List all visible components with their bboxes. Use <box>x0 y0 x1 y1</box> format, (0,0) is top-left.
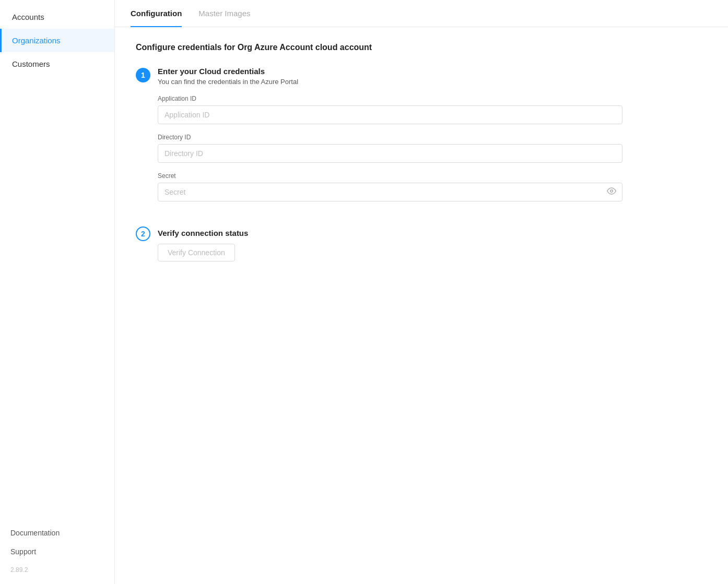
step-2-title: Verify connection status <box>158 229 707 237</box>
sidebar-item-organizations[interactable]: Organizations <box>0 29 114 52</box>
sidebar-item-support[interactable]: Support <box>10 542 104 561</box>
main-content: Configuration Master Images Configure cr… <box>115 0 728 584</box>
tab-master-images[interactable]: Master Images <box>198 1 250 27</box>
label-secret: Secret <box>158 172 707 180</box>
step-1-title: Enter your Cloud credentials <box>158 67 707 76</box>
step-2-badge: 2 <box>136 227 150 241</box>
step-2-content: Verify connection status Verify Connecti… <box>158 229 707 261</box>
step-1: 1 Enter your Cloud credentials You can f… <box>136 67 707 211</box>
sidebar-version: 2.89.2 <box>10 561 104 574</box>
step-1-subtitle: You can find the credentials in the Azur… <box>158 78 707 86</box>
page-title: Configure credentials for Org Azure Acco… <box>136 43 707 52</box>
tabs-bar: Configuration Master Images <box>115 0 728 27</box>
verify-connection-button[interactable]: Verify Connection <box>158 244 235 261</box>
step-1-content: Enter your Cloud credentials You can fin… <box>158 67 707 211</box>
sidebar: Accounts Organizations Customers Documen… <box>0 0 115 584</box>
label-directory-id: Directory ID <box>158 134 707 141</box>
secret-input-wrapper <box>158 183 623 201</box>
svg-point-0 <box>610 190 613 193</box>
sidebar-bottom: Documentation Support 2.89.2 <box>0 513 114 584</box>
form-group-directory-id: Directory ID <box>158 134 707 163</box>
sidebar-item-label-organizations: Organizations <box>12 36 61 45</box>
eye-icon[interactable] <box>607 186 616 198</box>
step-1-badge: 1 <box>136 68 150 82</box>
sidebar-item-documentation[interactable]: Documentation <box>10 523 104 542</box>
sidebar-item-label-customers: Customers <box>12 59 50 68</box>
tab-configuration[interactable]: Configuration <box>131 1 182 27</box>
sidebar-item-label-accounts: Accounts <box>12 13 44 21</box>
sidebar-item-customers[interactable]: Customers <box>0 52 114 76</box>
input-application-id[interactable] <box>158 105 623 124</box>
input-secret[interactable] <box>158 183 623 201</box>
sidebar-nav: Accounts Organizations Customers <box>0 5 114 513</box>
sidebar-item-accounts[interactable]: Accounts <box>0 5 114 29</box>
label-application-id: Application ID <box>158 95 707 102</box>
input-directory-id[interactable] <box>158 144 623 163</box>
form-group-application-id: Application ID <box>158 95 707 124</box>
content-area: Configure credentials for Org Azure Acco… <box>115 27 728 584</box>
form-group-secret: Secret <box>158 172 707 201</box>
step-2: 2 Verify connection status Verify Connec… <box>136 225 707 261</box>
